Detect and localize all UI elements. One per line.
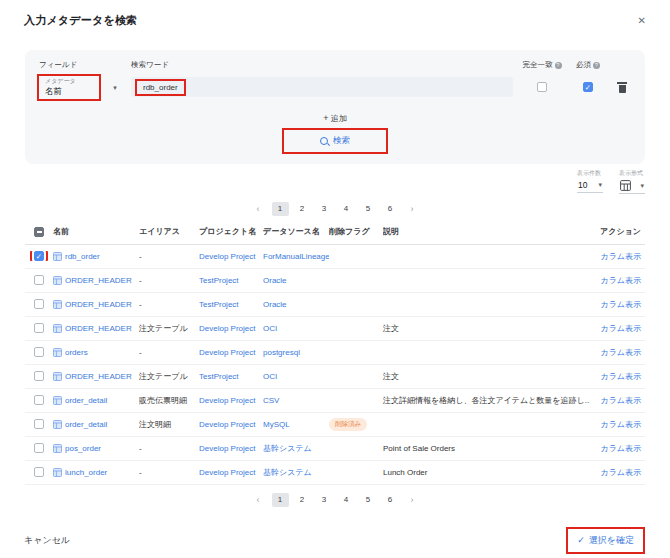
datasource-link[interactable]: postgresql xyxy=(263,348,329,357)
add-condition-button[interactable]: +追加 xyxy=(323,114,346,123)
column-view-link[interactable]: カラム表示 xyxy=(589,299,645,310)
datasource-link[interactable]: OCI xyxy=(263,372,329,381)
project-link[interactable]: Develop Project xyxy=(199,348,263,357)
alias-cell: - xyxy=(139,468,199,477)
project-link[interactable]: Develop Project xyxy=(199,252,263,261)
table-view-icon xyxy=(620,180,631,191)
table-row: ORDER_HEADER-TestProjectOracleカラム表示 xyxy=(25,269,645,293)
keyword-input[interactable]: rdb_order xyxy=(131,77,513,97)
project-link[interactable]: Develop Project xyxy=(199,444,263,453)
search-button[interactable]: 検索 xyxy=(284,130,386,152)
row-checkbox[interactable] xyxy=(34,395,44,405)
trash-icon[interactable] xyxy=(619,85,626,93)
page-next[interactable]: › xyxy=(404,202,421,216)
required-label: 必須 ? xyxy=(571,60,605,70)
page-prev[interactable]: ‹ xyxy=(250,202,267,216)
column-view-link[interactable]: カラム表示 xyxy=(589,419,645,430)
page-size-select[interactable]: 10 ▾ xyxy=(577,179,603,193)
datasource-link[interactable]: 基幹システム xyxy=(263,443,329,454)
project-link[interactable]: TestProject xyxy=(199,300,263,309)
page-5[interactable]: 5 xyxy=(360,202,377,216)
project-link[interactable]: Develop Project xyxy=(199,468,263,477)
page-3[interactable]: 3 xyxy=(316,493,333,507)
field-select-value: 名前 xyxy=(45,86,93,96)
row-checkbox[interactable] xyxy=(34,347,44,357)
page-4[interactable]: 4 xyxy=(338,493,355,507)
display-format-select[interactable]: ▾ xyxy=(619,179,645,194)
check-icon: ✓ xyxy=(577,535,585,545)
page-5[interactable]: 5 xyxy=(360,493,377,507)
table-row: pos_order-Develop Project基幹システムPoint of … xyxy=(25,437,645,461)
page-3[interactable]: 3 xyxy=(316,202,333,216)
table-row: lunch_order-Develop Project基幹システムLunch O… xyxy=(25,461,645,485)
cancel-button[interactable]: キャンセル xyxy=(24,534,70,547)
column-view-link[interactable]: カラム表示 xyxy=(589,251,645,262)
row-checkbox[interactable] xyxy=(34,443,44,453)
datasource-link[interactable]: 基幹システム xyxy=(263,467,329,478)
column-view-link[interactable]: カラム表示 xyxy=(589,323,645,334)
project-link[interactable]: TestProject xyxy=(199,372,263,381)
row-checkbox[interactable] xyxy=(34,275,44,285)
datasource-link[interactable]: OCI xyxy=(263,324,329,333)
page-6[interactable]: 6 xyxy=(382,202,399,216)
page-1[interactable]: 1 xyxy=(272,493,289,507)
metadata-name-link[interactable]: ORDER_HEADER xyxy=(53,324,139,333)
confirm-selection-button[interactable]: ✓ 選択を確定 xyxy=(568,529,643,552)
project-link[interactable]: Develop Project xyxy=(199,420,263,429)
column-view-link[interactable]: カラム表示 xyxy=(589,347,645,358)
required-checkbox[interactable] xyxy=(583,82,593,92)
datasource-link[interactable]: Oracle xyxy=(263,276,329,285)
row-checkbox[interactable] xyxy=(34,371,44,381)
page-4[interactable]: 4 xyxy=(338,202,355,216)
metadata-name-link[interactable]: lunch_order xyxy=(53,468,139,477)
plus-icon: + xyxy=(323,113,328,123)
column-view-link[interactable]: カラム表示 xyxy=(589,467,645,478)
row-checkbox[interactable] xyxy=(34,299,44,309)
datasource-link[interactable]: ForManualLineage xyxy=(263,252,329,261)
close-icon[interactable]: ✕ xyxy=(638,16,646,26)
metadata-name-link[interactable]: ORDER_HEADER xyxy=(53,276,139,285)
search-icon xyxy=(320,137,328,145)
help-icon[interactable]: ? xyxy=(555,62,562,69)
datasource-link[interactable]: CSV xyxy=(263,396,329,405)
datasource-link[interactable]: MySQL xyxy=(263,420,329,429)
table-icon xyxy=(53,348,62,357)
page-2[interactable]: 2 xyxy=(294,493,311,507)
page-2[interactable]: 2 xyxy=(294,202,311,216)
column-view-link[interactable]: カラム表示 xyxy=(589,443,645,454)
column-view-link[interactable]: カラム表示 xyxy=(589,395,645,406)
column-view-link[interactable]: カラム表示 xyxy=(589,275,645,286)
row-checkbox[interactable] xyxy=(34,419,44,429)
table-icon xyxy=(53,300,62,309)
alias-cell: - xyxy=(139,276,199,285)
row-checkbox[interactable] xyxy=(34,467,44,477)
project-link[interactable]: Develop Project xyxy=(199,324,263,333)
exact-match-checkbox[interactable] xyxy=(537,82,547,92)
field-select[interactable]: メタデータ 名前 xyxy=(39,76,99,99)
help-icon[interactable]: ? xyxy=(593,62,600,69)
page-6[interactable]: 6 xyxy=(382,493,399,507)
metadata-name-link[interactable]: order_detail xyxy=(53,420,139,429)
select-all-checkbox[interactable] xyxy=(34,227,44,237)
page-next[interactable]: › xyxy=(404,493,421,507)
table-row: order_detail販売伝票明細Develop ProjectCSV注文詳細… xyxy=(25,389,645,413)
project-link[interactable]: Develop Project xyxy=(199,396,263,405)
metadata-name-link[interactable]: ORDER_HEADER xyxy=(53,372,139,381)
page-prev[interactable]: ‹ xyxy=(250,493,267,507)
alias-cell: 注文テーブル xyxy=(139,323,199,334)
col-header-name: 名前 xyxy=(53,226,139,237)
row-checkbox[interactable] xyxy=(34,251,44,261)
row-checkbox[interactable] xyxy=(34,323,44,333)
page-1[interactable]: 1 xyxy=(272,202,289,216)
column-view-link[interactable]: カラム表示 xyxy=(589,371,645,382)
project-link[interactable]: TestProject xyxy=(199,276,263,285)
metadata-name-link[interactable]: pos_order xyxy=(53,444,139,453)
metadata-name-link[interactable]: order_detail xyxy=(53,396,139,405)
datasource-link[interactable]: Oracle xyxy=(263,300,329,309)
metadata-name-link[interactable]: orders xyxy=(53,348,139,357)
chevron-down-icon[interactable]: ▾ xyxy=(113,84,117,91)
metadata-name-link[interactable]: ORDER_HEADER xyxy=(53,300,139,309)
table-row: rdb_order-Develop ProjectForManualLineag… xyxy=(25,245,645,269)
metadata-name-link[interactable]: rdb_order xyxy=(53,252,139,261)
metadata-table: 名前 エイリアス プロジェクト名 データソース名 削除フラグ 説明 アクション … xyxy=(25,220,645,485)
